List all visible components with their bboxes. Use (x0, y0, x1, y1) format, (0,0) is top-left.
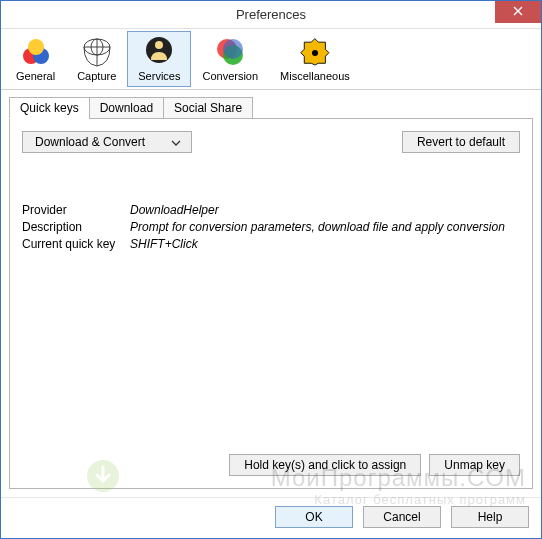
panel-top-row: Download & Convert Revert to default (22, 131, 520, 153)
chevron-down-icon (171, 135, 181, 149)
assign-row: Hold key(s) and click to assign Unmap ke… (22, 454, 520, 476)
titlebar: Preferences (1, 1, 541, 29)
toolbar: General Capture Services Conversion Misc… (1, 29, 541, 90)
toolbar-label: General (16, 70, 55, 82)
toolbar-label: Miscellaneous (280, 70, 350, 82)
description-label: Description (22, 220, 130, 234)
tab-download[interactable]: Download (89, 97, 164, 119)
toolbar-item-conversion[interactable]: Conversion (191, 31, 269, 87)
ok-button[interactable]: OK (275, 506, 353, 528)
revert-default-button[interactable]: Revert to default (402, 131, 520, 153)
tab-strip: Quick keys Download Social Share (9, 97, 533, 119)
svg-point-11 (223, 39, 243, 59)
unmap-key-button[interactable]: Unmap key (429, 454, 520, 476)
toolbar-item-general[interactable]: General (5, 31, 66, 87)
capture-icon (81, 36, 113, 68)
preferences-window: Preferences General Capture Services (0, 0, 542, 539)
toolbar-label: Conversion (202, 70, 258, 82)
svg-point-2 (28, 39, 44, 55)
tab-panel: Download & Convert Revert to default Pro… (9, 118, 533, 489)
toolbar-label: Capture (77, 70, 116, 82)
close-button[interactable] (495, 1, 541, 23)
action-dropdown[interactable]: Download & Convert (22, 131, 192, 153)
assign-key-button[interactable]: Hold key(s) and click to assign (229, 454, 421, 476)
quickkey-value: SHIFT+Click (130, 237, 198, 251)
window-title: Preferences (236, 7, 306, 22)
services-icon (143, 36, 175, 68)
dialog-footer: OK Cancel Help (1, 497, 541, 538)
misc-icon (299, 36, 331, 68)
toolbar-item-services[interactable]: Services (127, 31, 191, 87)
description-value: Prompt for conversion parameters, downlo… (130, 220, 505, 234)
conversion-icon (214, 36, 246, 68)
general-icon (20, 36, 52, 68)
tab-social-share[interactable]: Social Share (163, 97, 253, 119)
tab-quick-keys[interactable]: Quick keys (9, 97, 90, 119)
provider-label: Provider (22, 203, 130, 217)
content-area: Quick keys Download Social Share Downloa… (1, 90, 541, 497)
svg-point-13 (312, 50, 318, 56)
svg-point-8 (155, 41, 163, 49)
cancel-button[interactable]: Cancel (363, 506, 441, 528)
toolbar-item-misc[interactable]: Miscellaneous (269, 31, 361, 87)
toolbar-item-capture[interactable]: Capture (66, 31, 127, 87)
details-section: Provider DownloadHelper Description Prom… (22, 203, 520, 254)
dropdown-value: Download & Convert (35, 135, 145, 149)
close-icon (513, 5, 523, 19)
provider-value: DownloadHelper (130, 203, 219, 217)
help-button[interactable]: Help (451, 506, 529, 528)
toolbar-label: Services (138, 70, 180, 82)
quickkey-label: Current quick key (22, 237, 130, 251)
detail-row-provider: Provider DownloadHelper (22, 203, 520, 217)
detail-row-quickkey: Current quick key SHIFT+Click (22, 237, 520, 251)
detail-row-description: Description Prompt for conversion parame… (22, 220, 520, 234)
